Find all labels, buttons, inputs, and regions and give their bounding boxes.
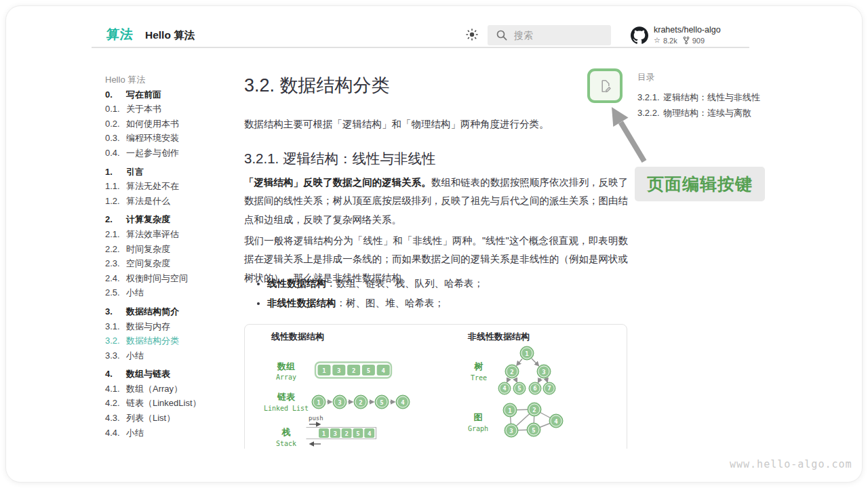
figure-classification-of-data-structures: 线性数据结构 非线性数据结构 数组 Array 1 3 2 5 4 链表 Lin…	[244, 324, 627, 449]
sidebar-item[interactable]: 4.1.数组（Array）	[105, 382, 234, 396]
svg-text:4: 4	[554, 418, 558, 425]
tree-diagram: 树 Tree 1 2 3 4 5	[471, 346, 555, 394]
svg-text:4: 4	[401, 399, 405, 406]
svg-text:5: 5	[517, 385, 521, 392]
sidebar-item[interactable]: 0.4.一起参与创作	[105, 146, 234, 161]
svg-text:6: 6	[533, 385, 536, 392]
page-title: 3.2. 数据结构分类	[244, 73, 390, 98]
svg-text:1: 1	[322, 367, 326, 374]
svg-text:Graph: Graph	[468, 425, 488, 432]
sidebar-item[interactable]: 0.2.如何使用本书	[105, 117, 234, 131]
sidebar-item[interactable]: 0.1.关于本书	[105, 102, 234, 117]
sidebar-item[interactable]: 2.1.算法效率评估	[105, 227, 234, 242]
svg-text:线性数据结构: 线性数据结构	[271, 331, 324, 342]
annotation-label: 页面编辑按键	[635, 167, 765, 201]
svg-text:4: 4	[502, 385, 507, 392]
site-logo[interactable]: 算法	[106, 26, 134, 43]
bullet-item: 线性数据结构：数组、链表、栈、队列、哈希表；	[267, 277, 628, 290]
sidebar-item[interactable]: 1.2.算法是什么	[105, 194, 234, 209]
sidebar-item[interactable]: 0.3.编程环境安装	[105, 131, 234, 146]
svg-text:4: 4	[381, 367, 385, 374]
svg-text:数组: 数组	[277, 361, 295, 371]
star-icon: ☆	[654, 36, 660, 45]
repo-name: krahets/hello-algo	[654, 25, 721, 35]
figure-clip: 线性数据结构 非线性数据结构 数组 Array 1 3 2 5 4 链表 Lin…	[244, 324, 629, 449]
svg-text:push: push	[309, 415, 323, 422]
fork-count: 909	[692, 37, 705, 45]
site-watermark: www.hello-algo.com	[730, 458, 852, 470]
bullet-list: 线性数据结构：数组、链表、栈、队列、哈希表；非线性数据结构：树、图、堆、哈希表；	[256, 277, 628, 315]
sidebar-item[interactable]: 1.1.算法无处不在	[105, 179, 234, 194]
sidebar-item: Hello 算法	[105, 73, 234, 87]
svg-text:Array: Array	[276, 373, 296, 381]
svg-text:Linked List: Linked List	[264, 405, 309, 412]
svg-text:树: 树	[474, 361, 484, 371]
github-icon	[631, 26, 648, 44]
sidebar-item[interactable]: 4.4.小结	[105, 426, 234, 441]
search-box[interactable]	[488, 25, 611, 45]
theme-toggle-button[interactable]	[465, 28, 479, 41]
paragraph-logical-structure: 「逻辑结构」反映了数据之间的逻辑关系。数组和链表的数据按照顺序依次排列，反映了数…	[244, 174, 628, 229]
toc-item[interactable]: 3.2.1.逻辑结构：线性与非线性	[637, 89, 760, 105]
header-divider	[92, 47, 749, 48]
toc-title: 目录	[637, 72, 760, 83]
sidebar-item[interactable]: 2.5.小结	[105, 285, 234, 300]
sidebar-item[interactable]: 3.3.小结	[105, 348, 234, 363]
svg-text:3: 3	[338, 399, 341, 406]
svg-text:4: 4	[368, 430, 372, 437]
svg-text:非线性数据结构: 非线性数据结构	[467, 331, 530, 342]
bullet-item: 非线性数据结构：树、图、堆、哈希表；	[267, 296, 628, 310]
svg-text:5: 5	[367, 367, 370, 374]
svg-text:1: 1	[508, 407, 511, 414]
data-structures-figure: 线性数据结构 非线性数据结构 数组 Array 1 3 2 5 4 链表 Lin…	[245, 325, 628, 449]
sidebar-item[interactable]: 2.2.时间复杂度	[105, 242, 234, 257]
site-title[interactable]: Hello 算法	[145, 28, 195, 43]
svg-text:7: 7	[547, 385, 551, 392]
sun-icon	[465, 28, 479, 41]
svg-text:图: 图	[474, 412, 483, 422]
graph-diagram: 图 Graph 1 2 4 3 5	[468, 403, 563, 437]
svg-text:2: 2	[352, 367, 355, 374]
sidebar-item[interactable]: 2.3.空间复杂度	[105, 256, 234, 271]
intro-paragraph: 数据结构主要可根据「逻辑结构」和「物理结构」两种角度进行分类。	[244, 117, 628, 132]
sidebar-item[interactable]: 2.计算复杂度	[105, 212, 234, 227]
sidebar-item[interactable]: 1.引言	[105, 165, 234, 180]
svg-text:1: 1	[322, 430, 326, 437]
svg-text:2: 2	[359, 399, 362, 406]
svg-text:链表: 链表	[277, 392, 296, 402]
svg-text:3: 3	[542, 369, 545, 375]
github-repo-link[interactable]: krahets/hello-algo ☆ 8.2k 909	[631, 25, 721, 45]
sidebar-item[interactable]: 2.4.权衡时间与空间	[105, 271, 234, 286]
repo-stats: ☆ 8.2k 909	[654, 36, 721, 45]
sidebar-item[interactable]: 3.数据结构简介	[105, 304, 234, 319]
svg-text:2: 2	[344, 430, 348, 437]
svg-text:3: 3	[509, 428, 513, 434]
section-heading: 3.2.1. 逻辑结构：线性与非线性	[244, 149, 436, 168]
search-icon	[496, 29, 508, 41]
svg-text:5: 5	[356, 430, 359, 437]
sidebar-item[interactable]: 3.1.数据与内存	[105, 319, 234, 334]
svg-text:5: 5	[380, 399, 383, 406]
linked-list-diagram: 链表 Linked List 1 3 2 5 4	[264, 392, 410, 412]
svg-text:3: 3	[337, 367, 340, 374]
page-edit-button[interactable]	[587, 68, 623, 103]
array-diagram: 数组 Array 1 3 2 5 4	[276, 361, 391, 381]
sidebar-item[interactable]: 3.2.数据结构分类	[105, 333, 234, 348]
svg-text:2: 2	[510, 369, 513, 375]
sidebar-item[interactable]: 4.3.列表（List）	[105, 411, 234, 426]
star-count: 8.2k	[663, 37, 677, 45]
toc-item[interactable]: 3.2.2.物理结构：连续与离散	[637, 105, 760, 121]
svg-text:1: 1	[317, 399, 320, 406]
svg-text:2: 2	[532, 407, 536, 413]
sidebar-item[interactable]: 4.数组与链表	[105, 367, 234, 382]
stack-diagram: 栈 Stack push 1 3 2 5 4	[276, 415, 376, 447]
sidebar-nav: Hello 算法0.写在前面0.1.关于本书0.2.如何使用本书0.3.编程环境…	[105, 73, 234, 440]
search-input[interactable]	[514, 30, 602, 41]
svg-text:栈: 栈	[281, 427, 291, 437]
sidebar-item[interactable]: 0.写在前面	[105, 87, 234, 102]
sidebar-item[interactable]: 4.2.链表（LinkedList）	[105, 396, 234, 411]
fork-icon	[683, 36, 690, 45]
svg-text:3: 3	[334, 430, 337, 437]
paragraph-bold-lead: 「逻辑结构」反映了数据之间的逻辑关系。	[244, 177, 431, 188]
toc: 目录 3.2.1.逻辑结构：线性与非线性3.2.2.物理结构：连续与离散	[637, 72, 760, 121]
